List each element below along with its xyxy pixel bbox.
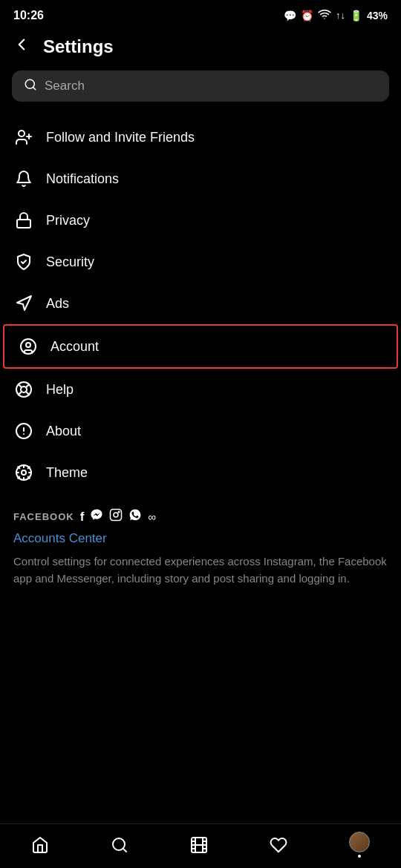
info-circle-icon	[13, 422, 34, 440]
menu-label-account: Account	[50, 339, 99, 355]
wifi-icon	[318, 7, 331, 23]
nav-item-reels[interactable]	[190, 836, 208, 854]
search-placeholder: Search	[45, 79, 85, 93]
battery-icon: 🔋	[350, 10, 362, 22]
menu-item-ads[interactable]: Ads	[0, 283, 401, 324]
svg-line-10	[19, 384, 22, 387]
signal-icon: ↑↓	[336, 10, 345, 21]
svg-rect-19	[111, 510, 122, 521]
meta-icon: ∞	[148, 510, 156, 523]
header: Settings	[0, 27, 401, 70]
menu-item-notifications[interactable]: Notifications	[0, 158, 401, 200]
svg-line-1	[33, 87, 35, 89]
menu-label-theme: Theme	[46, 465, 88, 481]
battery-percent: 43%	[367, 10, 388, 22]
menu-item-about[interactable]: About	[0, 410, 401, 452]
menu-list: Follow and Invite Friends Notifications …	[0, 116, 401, 493]
facebook-f-icon: f	[80, 510, 85, 525]
svg-point-21	[119, 511, 120, 513]
person-circle-icon	[18, 338, 39, 355]
search-nav-icon	[111, 836, 128, 854]
status-bar: 10:26 💬 ⏰ ↑↓ 🔋 43%	[0, 0, 401, 27]
menu-label-about: About	[46, 424, 81, 439]
svg-point-7	[26, 343, 30, 347]
menu-label-security: Security	[46, 254, 94, 270]
nav-item-home[interactable]	[31, 836, 49, 854]
lock-icon	[13, 211, 34, 229]
svg-line-23	[123, 848, 125, 851]
menu-label-help: Help	[46, 382, 74, 398]
menu-label-ads: Ads	[46, 296, 69, 312]
svg-rect-5	[17, 220, 30, 228]
accounts-center-link[interactable]: Accounts Center	[13, 531, 388, 546]
bell-icon	[13, 170, 34, 188]
bottom-nav	[0, 823, 401, 868]
person-add-icon	[13, 128, 34, 146]
profile-avatar	[349, 832, 370, 852]
status-icons: 💬 ⏰ ↑↓ 🔋 43%	[284, 7, 388, 23]
menu-item-theme[interactable]: Theme	[0, 452, 401, 493]
nav-item-search[interactable]	[111, 836, 128, 854]
palette-icon	[13, 464, 34, 481]
reels-icon	[190, 836, 208, 854]
menu-item-security[interactable]: Security	[0, 241, 401, 283]
facebook-label: FACEBOOK	[13, 511, 74, 522]
search-container: Search	[0, 70, 401, 116]
menu-item-account[interactable]: Account	[3, 324, 398, 369]
life-ring-icon	[13, 381, 34, 398]
menu-label-privacy: Privacy	[46, 213, 90, 228]
status-time: 10:26	[13, 9, 44, 22]
search-box[interactable]: Search	[12, 70, 389, 102]
heart-icon	[270, 836, 287, 854]
back-button[interactable]	[12, 35, 31, 59]
nav-item-activity[interactable]	[270, 836, 287, 854]
svg-point-2	[19, 131, 25, 137]
facebook-header: FACEBOOK f	[13, 508, 388, 525]
svg-point-18	[22, 470, 26, 475]
megaphone-icon	[13, 295, 34, 312]
nav-item-profile[interactable]	[349, 832, 370, 858]
facebook-section: FACEBOOK f	[0, 493, 401, 594]
whatsapp-icon: 💬	[284, 10, 296, 22]
alarm-icon: ⏰	[301, 10, 313, 22]
shield-check-icon	[13, 253, 34, 271]
facebook-social-icons: f ∞	[80, 508, 156, 525]
whatsapp-icon-fb	[128, 508, 142, 525]
svg-point-20	[114, 513, 118, 517]
accounts-center-description: Control settings for connected experienc…	[13, 553, 388, 587]
menu-item-help[interactable]: Help	[0, 369, 401, 410]
menu-item-follow-invite[interactable]: Follow and Invite Friends	[0, 116, 401, 158]
svg-line-11	[26, 392, 29, 395]
instagram-icon	[109, 508, 123, 525]
home-icon	[31, 836, 49, 854]
svg-line-13	[19, 392, 22, 395]
menu-label-notifications: Notifications	[46, 171, 119, 187]
search-icon	[24, 78, 37, 94]
svg-line-12	[26, 384, 29, 387]
menu-label-follow-invite: Follow and Invite Friends	[46, 130, 195, 145]
menu-item-privacy[interactable]: Privacy	[0, 200, 401, 241]
page-title: Settings	[43, 36, 114, 57]
messenger-icon	[90, 508, 103, 525]
